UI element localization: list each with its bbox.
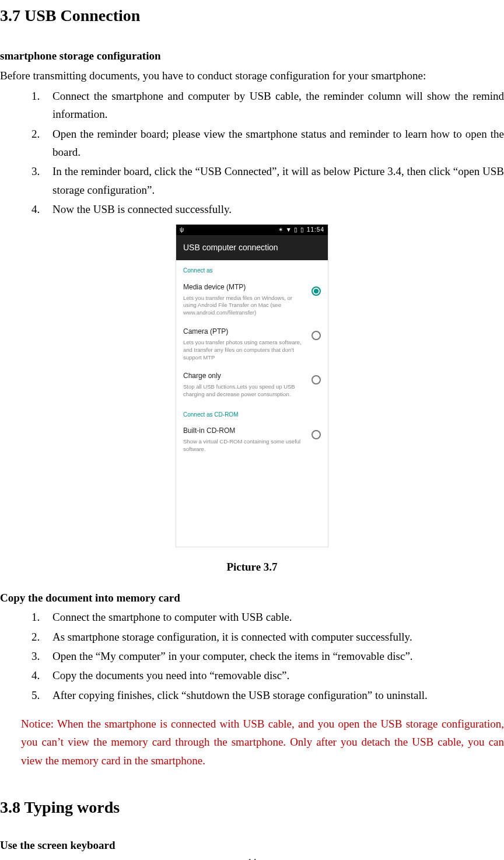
subhead-copy-doc: Copy the document into memory card	[0, 589, 504, 607]
option-cdrom[interactable]: Built-in CD-ROM Show a virtual CD-ROM co…	[176, 422, 328, 459]
list-storage-config: 1.Connect the smartphone and computer by…	[0, 87, 504, 218]
list-item: 1.Connect the smartphone and computer by…	[32, 87, 504, 124]
subhead-storage-config: smartphone storage configuration	[0, 47, 504, 65]
status-icons-clock: ✶ ▼ ▯ ▯ 11:54	[278, 225, 324, 235]
list-item: 3.Open the “My computer” in your compute…	[32, 647, 504, 665]
figure-phone-screenshot: ψ ✶ ▼ ▯ ▯ 11:54 USB computer connection …	[176, 224, 328, 547]
phone-appbar-title: USB computer connection	[176, 235, 328, 260]
subhead-screen-keyboard: Use the screen keyboard	[0, 836, 504, 854]
option-charge-only[interactable]: Charge only Stop all USB fuctions.Lets y…	[176, 367, 328, 404]
list-text: Connect the smartphone and computer by U…	[52, 87, 504, 124]
list-number: 4.	[32, 666, 52, 684]
list-number: 1.	[32, 608, 52, 626]
phone-section-connect-as: Connect as	[176, 260, 328, 278]
list-text: Copy the documents you need into “remova…	[52, 666, 504, 684]
list-number: 3.	[32, 162, 52, 199]
radio-icon[interactable]	[312, 375, 321, 384]
list-text: Open the “My computer” in your computer,…	[52, 647, 504, 665]
list-number: 5.	[32, 686, 52, 704]
heading-usb-connection: 3.7 USB Connection	[0, 2, 504, 29]
list-text: Now the USB is connected successfully.	[52, 200, 504, 218]
list-item: 2.Open the reminder board; please view t…	[32, 125, 504, 162]
list-number: 2.	[32, 125, 52, 162]
radio-selected-icon[interactable]	[312, 286, 321, 296]
radio-icon[interactable]	[312, 331, 321, 340]
option-ptp[interactable]: Camera (PTP) Lets you transfer photos us…	[176, 323, 328, 367]
option-title: Charge only	[183, 370, 307, 382]
option-desc: Stop all USB fuctions.Lets you speed up …	[183, 383, 307, 398]
option-mtp[interactable]: Media device (MTP) Lets you transfer med…	[176, 278, 328, 323]
list-number: 4.	[32, 200, 52, 218]
list-number: 2.	[32, 628, 52, 646]
radio-icon[interactable]	[312, 430, 321, 439]
option-title: Media device (MTP)	[183, 282, 307, 293]
list-text: As smartphone storage configuration, it …	[52, 628, 504, 646]
option-desc: Lets you transfer media files on Windows…	[183, 295, 307, 317]
list-text: In the reminder board, click the “USB Co…	[52, 162, 504, 199]
intro-text: Before transmitting documents, you have …	[0, 67, 504, 85]
option-desc: Lets you transfer photos using camera so…	[183, 339, 307, 361]
list-item: 5.After copying finishes, click “shutdow…	[32, 686, 504, 704]
list-item: 2.As smartphone storage configuration, i…	[32, 628, 504, 646]
page-number: 14	[0, 855, 504, 860]
phone-section-cdrom: Connect as CD-ROM	[176, 404, 328, 422]
option-desc: Show a virtual CD-ROM containing some us…	[183, 438, 307, 453]
option-title: Camera (PTP)	[183, 326, 307, 338]
list-item: 3.In the reminder board, click the “USB …	[32, 162, 504, 199]
usb-icon: ψ	[180, 225, 184, 235]
list-text: After copying finishes, click “shutdown …	[52, 686, 504, 704]
list-text: Connect the smartphone to computer with …	[52, 608, 504, 626]
list-item: 1.Connect the smartphone to computer wit…	[32, 608, 504, 626]
heading-typing-words: 3.8 Typing words	[0, 794, 504, 821]
figure-caption: Picture 3.7	[0, 558, 504, 576]
notice-text: Notice: When the smartphone is connected…	[0, 715, 504, 770]
list-item: 4.Now the USB is connected successfully.	[32, 200, 504, 218]
list-text: Open the reminder board; please view the…	[52, 125, 504, 162]
list-copy-doc: 1.Connect the smartphone to computer wit…	[0, 608, 504, 704]
phone-statusbar: ψ ✶ ▼ ▯ ▯ 11:54	[176, 225, 328, 235]
list-number: 3.	[32, 647, 52, 665]
list-item: 4.Copy the documents you need into “remo…	[32, 666, 504, 684]
option-title: Built-in CD-ROM	[183, 425, 307, 437]
list-number: 1.	[32, 87, 52, 124]
